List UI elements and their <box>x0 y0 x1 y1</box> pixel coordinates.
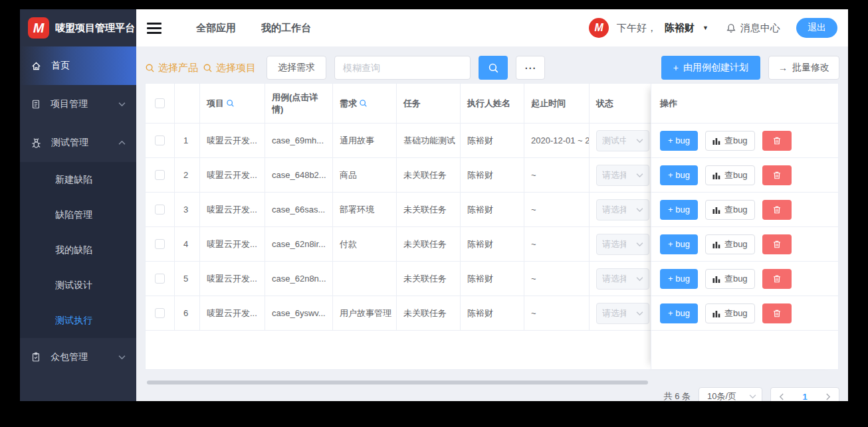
cell-requirement: 付款 <box>333 227 397 261</box>
sidebar-item-test-design[interactable]: 测试设计 <box>20 268 136 303</box>
cell-dates: ~ <box>524 158 590 192</box>
search-button[interactable] <box>479 56 508 80</box>
row-checkbox[interactable] <box>155 205 165 214</box>
message-center[interactable]: 消息中心 <box>726 22 780 35</box>
logout-button[interactable]: 退出 <box>796 18 837 38</box>
status-select[interactable]: 请选择 <box>596 303 649 324</box>
view-bug-button[interactable]: 查bug <box>705 165 755 185</box>
sidebar-item-home[interactable]: 首页 <box>20 46 136 85</box>
view-bug-button[interactable]: 查bug <box>705 200 755 220</box>
sidebar-item-label: 项目管理 <box>51 98 88 110</box>
view-bug-button[interactable]: 查bug <box>705 131 755 151</box>
more-actions-button[interactable]: ⋯ <box>516 56 545 80</box>
page-number[interactable]: 1 <box>802 392 807 402</box>
user-avatar[interactable]: M <box>589 18 609 38</box>
status-value: 请选择 <box>602 307 626 319</box>
row-checkbox[interactable] <box>155 308 165 318</box>
cell-case[interactable]: case_62n8n... <box>265 262 333 296</box>
cell-executor: 陈裕财 <box>461 124 524 157</box>
username[interactable]: 陈裕财 <box>665 22 695 35</box>
status-select[interactable]: 请选择 <box>596 199 649 220</box>
batch-edit-button[interactable]: → 批量修改 <box>768 56 839 80</box>
view-bug-label: 查bug <box>724 169 748 181</box>
horizontal-scrollbar[interactable] <box>147 381 648 384</box>
status-select[interactable]: 请选择 <box>596 234 649 255</box>
view-bug-button[interactable]: 查bug <box>705 234 755 254</box>
cell-checkbox <box>146 124 175 157</box>
delete-button[interactable] <box>762 234 792 254</box>
toolbar: 选择产品 选择项目 选择需求 ⋯ + 由用例创建计划 → 批 <box>145 56 839 80</box>
sidebar-item-label: 我的缺陷 <box>55 244 92 256</box>
select-requirement-button[interactable]: 选择需求 <box>267 56 326 80</box>
topbar-link-my-workbench[interactable]: 我的工作台 <box>261 22 311 35</box>
cell-project: 唛盟云开发... <box>200 227 265 261</box>
trash-icon <box>772 309 782 318</box>
status-select[interactable]: 请选择 <box>596 268 649 290</box>
add-bug-button[interactable]: + bug <box>660 303 698 323</box>
toolbar-right: + 由用例创建计划 → 批量修改 <box>661 56 839 80</box>
row-checkbox[interactable] <box>155 239 165 249</box>
select-all-checkbox[interactable] <box>155 98 165 108</box>
hamburger-menu-icon[interactable] <box>147 23 162 34</box>
add-bug-button[interactable]: + bug <box>660 200 698 220</box>
prev-page-button[interactable] <box>779 393 784 400</box>
bar-chart-icon <box>712 275 720 283</box>
cell-case[interactable]: case_6yswv... <box>265 296 333 330</box>
sidebar-item-crowdsourcing-mgmt[interactable]: 众包管理 <box>20 338 136 377</box>
page-size-select[interactable]: 10条/页 <box>699 387 762 401</box>
cell-case[interactable]: case_69mh... <box>265 124 333 157</box>
cell-executor: 陈裕财 <box>461 262 524 296</box>
cell-case[interactable]: case_66sas... <box>265 193 333 226</box>
status-select[interactable]: 请选择 <box>596 165 649 186</box>
add-bug-button[interactable]: + bug <box>660 131 698 151</box>
cell-case[interactable]: case_62n8ir... <box>265 227 333 261</box>
view-bug-button[interactable]: 查bug <box>705 303 755 323</box>
cell-case[interactable]: case_648b2... <box>265 158 333 192</box>
delete-button[interactable] <box>762 131 792 151</box>
add-bug-button[interactable]: + bug <box>660 165 698 185</box>
requirement-search-icon[interactable] <box>359 99 368 108</box>
select-product-link[interactable]: 选择产品 <box>145 62 198 74</box>
cell-checkbox <box>146 227 175 261</box>
topbar-link-all-apps[interactable]: 全部应用 <box>196 22 236 35</box>
header-cell-task: 任务 <box>397 84 461 123</box>
delete-button[interactable] <box>762 303 792 323</box>
add-bug-button[interactable]: + bug <box>660 234 698 254</box>
cell-task: 未关联任务 <box>397 193 461 226</box>
sidebar-item-label: 测试执行 <box>55 315 92 327</box>
sidebar-item-label: 首页 <box>51 60 70 72</box>
chart-icon <box>31 400 41 401</box>
add-bug-button[interactable]: + bug <box>660 269 698 289</box>
trash-icon <box>772 136 782 145</box>
cell-dates: 2020-12-01 ~ 20 <box>524 124 590 157</box>
sidebar-item-my-defects[interactable]: 我的缺陷 <box>20 232 136 268</box>
sidebar-item-project-mgmt[interactable]: 项目管理 <box>20 85 136 124</box>
search-icon <box>203 63 213 73</box>
view-bug-label: 查bug <box>724 238 748 250</box>
sidebar-item-clipped[interactable] <box>20 386 136 401</box>
row-checkbox[interactable] <box>155 274 165 284</box>
row-checkbox[interactable] <box>155 170 165 180</box>
sidebar-item-test-mgmt[interactable]: 测试管理 <box>20 124 136 162</box>
project-search-icon[interactable] <box>226 99 235 108</box>
row-checkbox[interactable] <box>155 135 165 145</box>
sidebar-item-defect-mgmt[interactable]: 缺陷管理 <box>20 197 136 232</box>
cell-project: 唛盟云开发... <box>200 158 265 192</box>
fuzzy-search-input[interactable] <box>334 56 471 80</box>
caret-down-icon[interactable]: ▼ <box>703 25 708 31</box>
action-row: + bug 查bug <box>651 227 838 262</box>
create-plan-button[interactable]: + 由用例创建计划 <box>661 56 760 80</box>
delete-button[interactable] <box>762 165 792 185</box>
delete-button[interactable] <box>762 269 792 289</box>
status-select[interactable]: 测试中 <box>596 130 649 151</box>
cell-executor: 陈裕财 <box>461 296 524 330</box>
topbar-right: M 下午好， 陈裕财 ▼ 消息中心 退出 <box>589 18 837 38</box>
next-page-button[interactable] <box>825 393 831 400</box>
sidebar: M 唛盟项目管理平台 首页 项目管理 测试管理 新建缺陷 缺陷管理 我的缺陷 测… <box>20 9 136 401</box>
app-window: M 唛盟项目管理平台 首页 项目管理 测试管理 新建缺陷 缺陷管理 我的缺陷 测… <box>20 9 848 401</box>
delete-button[interactable] <box>762 200 792 220</box>
select-project-link[interactable]: 选择项目 <box>203 62 256 74</box>
view-bug-button[interactable]: 查bug <box>705 269 755 289</box>
sidebar-item-test-execution[interactable]: 测试执行 <box>20 303 136 338</box>
sidebar-item-new-defect[interactable]: 新建缺陷 <box>20 162 136 197</box>
